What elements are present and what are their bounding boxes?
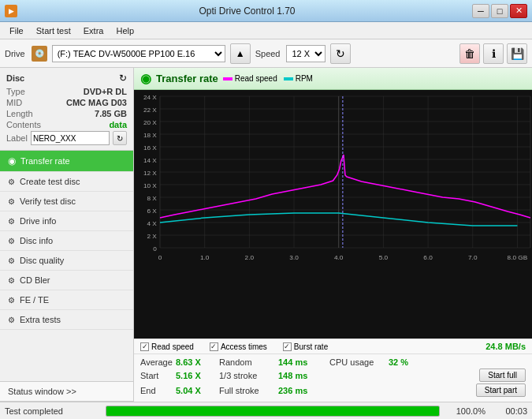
sidebar-nav: ◉ Transfer rate ⚙ Create test disc ⚙ Ver… <box>0 151 133 330</box>
chart-svg: 24 X 22 X 20 X 18 X 16 X 14 X 12 X 10 X … <box>134 90 532 271</box>
svg-text:6 X: 6 X <box>147 208 157 215</box>
cd-bler-icon: ⚙ <box>8 276 15 285</box>
read-speed-checkbox[interactable]: ✓ <box>140 342 149 351</box>
menu-help[interactable]: Help <box>110 24 140 37</box>
svg-text:4.0: 4.0 <box>334 254 344 261</box>
erase-button[interactable]: 🗑 <box>459 43 480 64</box>
disc-panel: Disc ↻ Type DVD+R DL MID CMC MAG D03 Len… <box>0 68 133 151</box>
disc-quality-icon: ⚙ <box>8 256 15 265</box>
svg-text:18 X: 18 X <box>143 132 158 139</box>
main-layout: Disc ↻ Type DVD+R DL MID CMC MAG D03 Len… <box>0 68 532 402</box>
access-times-checkbox[interactable]: ✓ <box>210 342 218 351</box>
legend-rpm-color <box>284 77 293 80</box>
disc-type-label: Type <box>6 87 25 96</box>
svg-text:2 X: 2 X <box>147 233 157 240</box>
start-full-button[interactable]: Start full <box>479 368 526 382</box>
legend-read-color <box>223 77 233 80</box>
svg-text:0: 0 <box>153 245 157 253</box>
disc-type-value: DVD+R DL <box>84 87 127 96</box>
start-value: 5.16 X <box>176 371 211 380</box>
svg-text:8.0 GB: 8.0 GB <box>508 254 528 261</box>
start-label: Start <box>140 371 176 380</box>
nav-drive-info[interactable]: ⚙ Drive info <box>0 211 133 231</box>
svg-text:16 X: 16 X <box>143 144 158 152</box>
nav-create-test-disc[interactable]: ⚙ Create test disc <box>0 172 133 192</box>
cpu-value: 32 % <box>389 357 416 367</box>
disc-label-input[interactable] <box>31 131 110 145</box>
disc-label-refresh[interactable]: ↻ <box>113 131 127 145</box>
random-label: Random <box>219 357 278 367</box>
menu-file[interactable]: File <box>3 24 30 37</box>
speed-select[interactable]: 12 X <box>286 45 326 62</box>
disc-info-icon: ⚙ <box>8 237 15 245</box>
svg-text:7.0: 7.0 <box>468 254 478 261</box>
disc-length-value: 7.85 GB <box>95 109 127 118</box>
menu-start-test[interactable]: Start test <box>30 24 77 37</box>
info-button[interactable]: ℹ <box>483 43 504 64</box>
nav-disc-info[interactable]: ⚙ Disc info <box>0 231 133 251</box>
chart-legend: Read speed RPM <box>223 74 313 83</box>
verify-disc-icon: ⚙ <box>8 197 15 206</box>
legend-rpm: RPM <box>284 74 313 83</box>
burst-rate-value: 24.8 MB/s <box>485 342 526 351</box>
stats-area: Average 8.63 X Random 144 ms CPU usage 3… <box>134 354 532 402</box>
progress-percent: 100.0% <box>446 406 485 416</box>
chart-area: ◉ Transfer rate Read speed RPM <box>134 68 532 402</box>
stroke2-value: 236 ms <box>278 386 322 395</box>
svg-text:8 X: 8 X <box>147 195 157 202</box>
eject-button[interactable]: ▲ <box>230 43 251 64</box>
nav-verify-test-disc[interactable]: ⚙ Verify test disc <box>0 192 133 211</box>
menubar: File Start test Extra Help <box>0 22 532 39</box>
progress-bar <box>106 406 440 417</box>
progress-bar-fill <box>106 406 439 416</box>
random-value: 144 ms <box>278 357 322 367</box>
sidebar-bottom: Status window >> <box>0 381 133 402</box>
disc-refresh-icon[interactable]: ↻ <box>119 73 127 84</box>
disc-length-label: Length <box>6 109 33 118</box>
sidebar: Disc ↻ Type DVD+R DL MID CMC MAG D03 Len… <box>0 68 134 402</box>
stroke2-label: Full stroke <box>219 386 278 395</box>
nav-fe-te[interactable]: ⚙ FE / TE <box>0 290 133 310</box>
minimize-button[interactable]: ─ <box>472 4 489 18</box>
nav-transfer-rate[interactable]: ◉ Transfer rate <box>0 151 133 172</box>
disc-contents-label: Contents <box>6 120 41 129</box>
menu-extra[interactable]: Extra <box>77 24 110 37</box>
svg-text:22 X: 22 X <box>143 107 158 114</box>
create-disc-icon: ⚙ <box>8 178 15 186</box>
disc-panel-title: Disc <box>6 73 24 83</box>
app-icon: ▶ <box>5 5 17 17</box>
refresh-button[interactable]: ↻ <box>330 43 351 64</box>
x-axis-label <box>134 271 532 273</box>
chart-title: Transfer rate <box>156 73 218 84</box>
drive-select[interactable]: (F:) TEAC DV-W5000E PP100 E.16 <box>52 45 225 62</box>
checkbox-read-speed[interactable]: ✓ Read speed <box>140 342 194 351</box>
svg-text:2.0: 2.0 <box>245 254 255 261</box>
stats-row-3: End 5.04 X Full stroke 236 ms Start part <box>140 383 526 397</box>
extra-tests-icon: ⚙ <box>8 316 15 324</box>
start-part-button[interactable]: Start part <box>476 383 526 397</box>
burst-rate-checkbox[interactable]: ✓ <box>283 342 292 351</box>
maximize-button[interactable]: □ <box>491 4 508 18</box>
nav-cd-bler[interactable]: ⚙ CD Bler <box>0 271 133 290</box>
statusbar: Test completed 100.0% 00:03 <box>0 402 532 419</box>
speed-label: Speed <box>255 49 281 58</box>
stats-row-2: Start 5.16 X 1/3 stroke 148 ms Start ful… <box>140 368 526 382</box>
disc-mid-value: CMC MAG D03 <box>66 98 127 107</box>
transfer-rate-icon: ◉ <box>8 155 16 166</box>
window-title: Opti Drive Control 1.70 <box>199 6 295 17</box>
svg-text:24 X: 24 X <box>143 94 158 101</box>
nav-extra-tests[interactable]: ⚙ Extra tests <box>0 310 133 330</box>
stroke1-value: 148 ms <box>278 371 322 380</box>
status-text: Test completed <box>5 406 99 416</box>
save-button[interactable]: 💾 <box>507 43 527 64</box>
svg-text:10 X: 10 X <box>143 182 158 189</box>
checkbox-access-times[interactable]: ✓ Access times <box>210 342 267 351</box>
drive-info-icon: ⚙ <box>8 217 15 226</box>
end-label: End <box>140 386 176 395</box>
status-window-button[interactable]: Status window >> <box>0 381 133 402</box>
toolbar: Drive 💿 (F:) TEAC DV-W5000E PP100 E.16 ▲… <box>0 39 532 68</box>
checkbox-burst-rate[interactable]: ✓ Burst rate <box>283 342 328 351</box>
chart-checkboxes: ✓ Read speed ✓ Access times ✓ Burst rate… <box>134 339 532 354</box>
close-button[interactable]: ✕ <box>510 4 527 18</box>
nav-disc-quality[interactable]: ⚙ Disc quality <box>0 251 133 271</box>
